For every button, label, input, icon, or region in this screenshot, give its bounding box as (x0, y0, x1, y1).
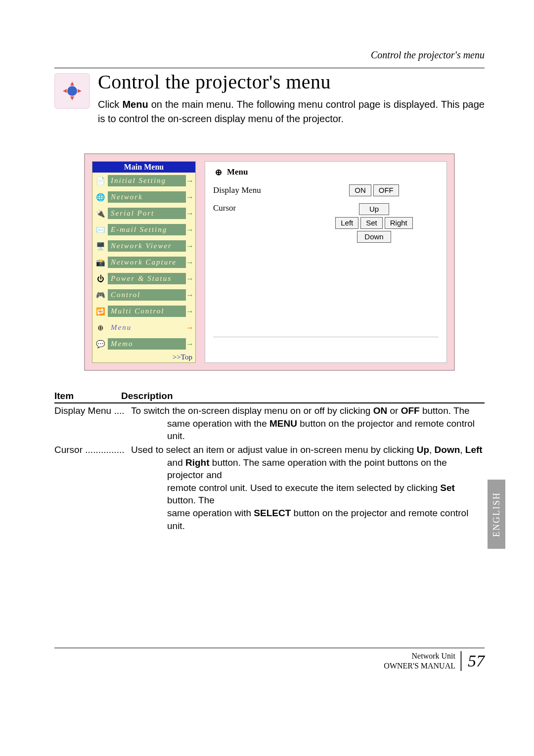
header-rule (54, 68, 485, 68)
sidebar-item-initial-setting[interactable]: 📄Initial Setting→ (92, 173, 195, 189)
port-icon: 🔌 (95, 208, 106, 219)
sidebar-item-memo[interactable]: 💬Memo→ (92, 336, 195, 352)
page-number: 57 (468, 652, 485, 670)
sidebar-item-serial-port[interactable]: 🔌Serial Port→ (92, 205, 195, 222)
language-tab: ENGLISH (488, 480, 505, 549)
viewer-icon: 🖥️ (95, 241, 106, 252)
sidebar-item-network-capture[interactable]: 📸Network Capture→ (92, 254, 195, 270)
arrow-icon: → (186, 274, 194, 283)
arrow-icon: → (186, 242, 194, 251)
page-icon: 📄 (95, 176, 106, 186)
right-button[interactable]: Right (385, 217, 413, 229)
footer-text: Network Unit OWNER'S MANUAL 57 (54, 651, 485, 671)
down-button[interactable]: Down (357, 231, 391, 243)
power-icon: ⏻ (95, 273, 106, 284)
sidebar-item-network-viewer[interactable]: 🖥️Network Viewer→ (92, 238, 195, 254)
arrow-icon: → (186, 258, 194, 267)
arrow-icon: → (186, 177, 194, 185)
arrow-icon: → (186, 209, 194, 218)
menu-panel-icon: ⊕ (213, 167, 224, 178)
menu-panel: ⊕ Menu Display Menu ON OFF Cursor Up Lef… (205, 161, 447, 363)
top-link[interactable]: >>Top (92, 352, 195, 362)
intro-text: Click Menu on the main menu. The followi… (98, 97, 485, 126)
sidebar-item-email-setting[interactable]: ✉️E-mail Setting→ (92, 222, 195, 238)
svg-point-0 (67, 86, 77, 96)
panel-header: ⊕ Menu (213, 167, 439, 178)
arrow-icon: → (186, 225, 194, 234)
capture-icon: 📸 (95, 257, 106, 268)
arrow-icon: → (186, 193, 194, 202)
left-button[interactable]: Left (335, 217, 358, 229)
menu-icon: ⊕ (95, 322, 106, 333)
set-button[interactable]: Set (360, 217, 383, 229)
off-button[interactable]: OFF (373, 184, 399, 196)
sidebar-item-menu[interactable]: ⊕Menu→ (92, 319, 195, 336)
multi-icon: 🔁 (95, 306, 106, 317)
arrow-icon: → (186, 291, 194, 300)
sidebar-item-network[interactable]: 🌐Network→ (92, 189, 195, 205)
control-icon: 🎮 (95, 290, 106, 301)
arrow-icon: → (186, 340, 194, 349)
panel-separator (213, 337, 439, 337)
sidebar-title: Main Menu (92, 162, 195, 173)
screenshot-frame: Main Menu 📄Initial Setting→ 🌐Network→ 🔌S… (84, 153, 455, 371)
arrow-icon: → (186, 323, 194, 332)
page-title: Control the projector's menu (98, 70, 485, 93)
footer-manual: OWNER'S MANUAL (384, 661, 455, 671)
col-item: Item (54, 391, 121, 401)
description-table: Item Description Display Menu .... To sw… (54, 391, 485, 532)
footer-product: Network Unit (384, 651, 455, 661)
main-menu-sidebar: Main Menu 📄Initial Setting→ 🌐Network→ 🔌S… (92, 161, 196, 363)
running-header: Control the projector's menu (54, 49, 485, 61)
sidebar-item-power-status[interactable]: ⏻Power & Status→ (92, 270, 195, 287)
sidebar-item-multi-control[interactable]: 🔁Multi Control→ (92, 303, 195, 319)
arrow-icon: → (186, 307, 194, 316)
section-icon (54, 73, 90, 109)
network-icon: 🌐 (95, 192, 106, 203)
mail-icon: ✉️ (95, 224, 106, 235)
sidebar-item-control[interactable]: 🎮Control→ (92, 287, 195, 303)
col-description: Description (121, 391, 173, 401)
panel-title: Menu (227, 167, 248, 177)
up-button[interactable]: Up (359, 203, 389, 215)
memo-icon: 💬 (95, 339, 106, 350)
cursor-label: Cursor (213, 203, 310, 213)
on-button[interactable]: ON (349, 184, 371, 196)
footer-rule (54, 648, 485, 648)
display-menu-label: Display Menu (213, 185, 310, 195)
